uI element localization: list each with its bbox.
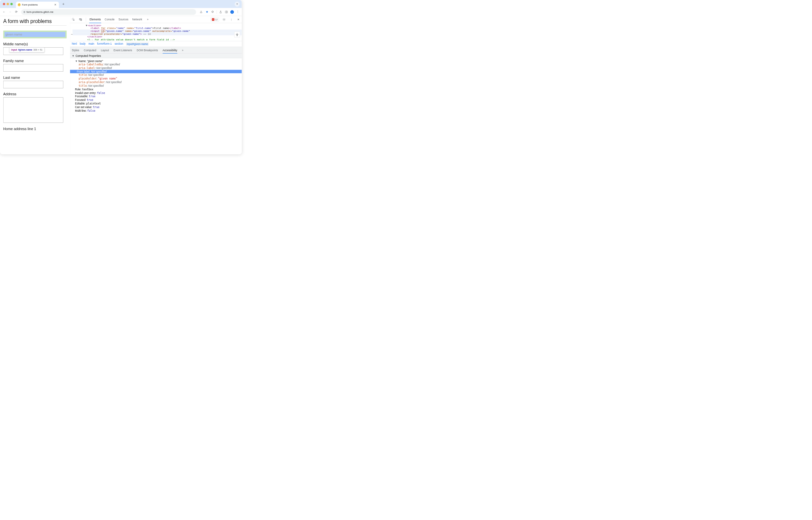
last-name-label: Last name xyxy=(3,76,67,80)
tab-elements[interactable]: Elements xyxy=(89,16,101,23)
avatar-icon: • xyxy=(230,10,234,14)
devtools-panel: Elements Console Sources Network » ✕ 12 … xyxy=(70,16,242,154)
close-window-button[interactable] xyxy=(3,3,5,5)
prop-title-2: title xyxy=(79,84,87,87)
device-toolbar-icon[interactable] xyxy=(79,18,82,21)
bookmark-button[interactable]: ★ xyxy=(204,9,209,15)
crumb-form[interactable]: form#form-1 xyxy=(97,42,112,46)
attr-for: for xyxy=(101,27,105,30)
subtab-layout[interactable]: Layout xyxy=(101,47,109,54)
reload-button[interactable]: ⟳ xyxy=(14,9,18,15)
breadcrumb[interactable]: html body main form#form-1 section input… xyxy=(70,41,242,47)
devtools-subtabs: Styles Computed Layout Event Listeners D… xyxy=(70,47,242,54)
traffic-lights xyxy=(3,3,13,5)
browser-tab[interactable]: 😬 Form problems ✕ xyxy=(16,2,59,8)
subtab-computed[interactable]: Computed xyxy=(84,47,96,54)
close-tab-button[interactable]: ✕ xyxy=(54,3,57,6)
prop-placeholder: placeholder xyxy=(79,77,96,80)
crumb-html[interactable]: html xyxy=(72,42,77,46)
accessibility-person-icon[interactable] xyxy=(234,31,240,37)
more-subtabs-icon[interactable]: » xyxy=(182,49,183,52)
family-name-input[interactable] xyxy=(3,64,64,72)
devtools-tabs: Elements Console Sources Network » ✕ 12 … xyxy=(70,16,242,23)
prop-name-label: Name: xyxy=(79,59,87,62)
address-label: Address xyxy=(3,92,67,97)
tab-network[interactable]: Network xyxy=(132,16,142,23)
profile-button[interactable]: • xyxy=(230,9,235,15)
prop-name-value: "given name" xyxy=(87,59,103,62)
prop-editable-label: Editable: xyxy=(75,102,86,105)
tab-sources[interactable]: Sources xyxy=(118,16,128,23)
side-panel-button[interactable] xyxy=(224,9,229,15)
page-title: A form with problems xyxy=(3,18,67,24)
titlebar: 😬 Form problems ✕ + xyxy=(0,0,242,8)
panel-title: Computed Properties xyxy=(76,54,101,57)
close-devtools-icon[interactable]: ✕ xyxy=(236,18,240,21)
settings-gear-icon[interactable] xyxy=(222,18,226,21)
collapse-dots-icon[interactable]: ⋯ xyxy=(71,33,73,36)
crumb-section[interactable]: section xyxy=(115,42,123,46)
prop-editable-value: plaintext xyxy=(86,102,101,105)
given-name-input[interactable]: given name xyxy=(5,32,66,37)
site-settings-icon[interactable]: ⚙ xyxy=(23,10,25,13)
crumb-main[interactable]: main xyxy=(88,42,94,46)
more-tabs-icon[interactable]: » xyxy=(146,18,150,21)
minimize-window-button[interactable] xyxy=(6,3,9,5)
inspect-tooltip: input#given-name 306 × 51 xyxy=(9,47,44,52)
prop-cansetvalue-value: true xyxy=(93,106,100,109)
prop-aria-label: aria-label xyxy=(79,67,95,70)
highlighted-element-overlay: given name xyxy=(3,30,67,38)
labs-button[interactable] xyxy=(218,9,223,15)
error-icon: ✕ xyxy=(212,18,214,21)
separator xyxy=(217,10,217,14)
devtools-kebab-icon[interactable]: ⋮ xyxy=(229,18,233,21)
crumb-input[interactable]: input#given-name xyxy=(126,42,149,46)
prop-invalid-label: Invalid user entry: xyxy=(75,91,97,94)
prop-focused-label: Focused: xyxy=(75,99,87,102)
share-button[interactable] xyxy=(199,9,203,15)
kebab-menu-button[interactable]: ⋮ xyxy=(235,9,240,15)
subtab-event-listeners[interactable]: Event Listeners xyxy=(114,47,132,54)
back-button[interactable]: ← xyxy=(1,9,6,15)
address-textarea[interactable] xyxy=(3,97,64,123)
omnibox[interactable]: ⚙ form-problems.glitch.me xyxy=(21,9,196,15)
inspect-icon[interactable] xyxy=(71,18,75,21)
subtab-styles[interactable]: Styles xyxy=(72,47,79,54)
dom-tree[interactable]: ⋯ ▼<section> <label for class="name" nam… xyxy=(70,23,242,41)
prop-role-label: Role: xyxy=(75,88,82,91)
svg-point-5 xyxy=(237,33,237,34)
dom-section-open: <section> xyxy=(88,24,101,27)
error-count-badge[interactable]: ✕ 12 xyxy=(211,18,219,22)
divider xyxy=(3,25,67,26)
maximize-window-button[interactable] xyxy=(10,3,13,5)
error-count: 12 xyxy=(215,18,218,21)
last-name-input[interactable] xyxy=(3,81,64,88)
dom-section-close: </section> xyxy=(87,35,102,38)
dom-selected-line[interactable]: <input id="given-name" name="given-name"… xyxy=(73,30,242,32)
new-tab-button[interactable]: + xyxy=(61,1,66,6)
tooltip-dimensions: 306 × 51 xyxy=(33,49,43,51)
prop-multiline-value: false xyxy=(87,109,96,112)
prop-role-value: textbox xyxy=(82,88,93,91)
prop-title-1: title xyxy=(79,73,87,77)
tab-console[interactable]: Console xyxy=(104,16,115,23)
toolbar: ← → ⟳ ⚙ form-problems.glitch.me ★ • ⋮ xyxy=(0,8,242,16)
svg-point-4 xyxy=(224,19,224,20)
subtab-dom-breakpoints[interactable]: DOM Breakpoints xyxy=(137,47,158,54)
tabs-menu-button[interactable] xyxy=(235,2,239,6)
tooltip-id: #given-name xyxy=(18,49,32,51)
prop-from-label-highlighted[interactable]: From label: Not specified xyxy=(70,70,242,73)
chevron-down-icon xyxy=(236,4,237,5)
page-content: A form with problems input#given-name 30… xyxy=(0,16,70,154)
svg-rect-0 xyxy=(225,11,228,13)
prop-multiline-label: Multi-line: xyxy=(75,109,87,112)
forward-button[interactable]: → xyxy=(7,9,12,15)
extensions-button[interactable] xyxy=(210,9,215,15)
panel-section-header[interactable]: ▼Computed Properties xyxy=(70,54,242,58)
prop-aria-placeholder: aria-placeholder xyxy=(79,80,104,84)
family-name-label: Family name xyxy=(3,59,67,63)
tab-title: Form problems xyxy=(22,3,54,6)
middle-name-label: Middle name(s) xyxy=(3,42,67,47)
subtab-accessibility[interactable]: Accessibility xyxy=(163,47,177,54)
crumb-body[interactable]: body xyxy=(80,42,86,46)
